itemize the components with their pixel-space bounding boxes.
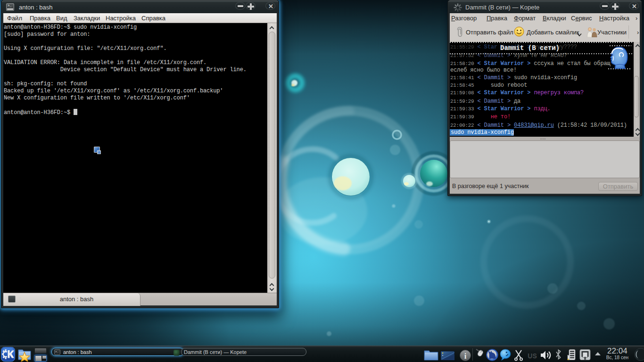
svg-text:US: US	[528, 352, 537, 360]
svg-text:i: i	[464, 352, 467, 361]
